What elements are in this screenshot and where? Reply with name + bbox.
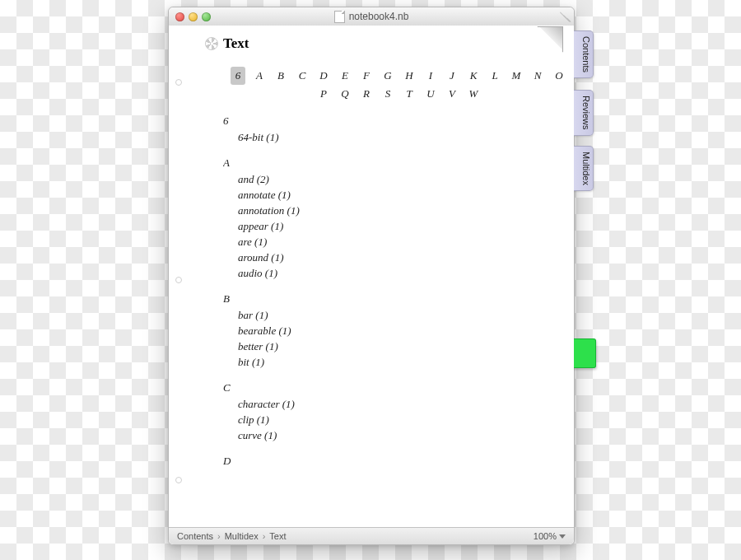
index-entry[interactable]: around (1) (238, 250, 548, 265)
side-tab-label: Contents (581, 36, 591, 72)
index-group: Ccharacter (1)clip (1)curve (1) (223, 381, 548, 443)
paper: Text 6ABCDEFGHIJKLMNO PQRSTUVW 664-bit (… (184, 26, 564, 528)
side-tab-reviews[interactable]: Reviews (573, 90, 594, 136)
index-entry[interactable]: appear (1) (238, 218, 548, 234)
alphabet-letter[interactable]: N (533, 67, 543, 85)
index-entry[interactable]: annotate (1) (238, 187, 548, 203)
index-entry[interactable]: are (1) (238, 234, 548, 250)
index-group: Bbar (1)bearable (1)better (1)bit (1) (223, 292, 548, 370)
alphabet-letter[interactable]: I (426, 67, 436, 85)
document-icon (334, 11, 345, 23)
alphabet-letter[interactable]: S (383, 85, 393, 103)
side-tab-label: Reviews (581, 96, 591, 130)
alphabet-letter[interactable]: W (468, 85, 478, 103)
breadcrumb-item[interactable]: Multidex (225, 531, 259, 541)
index-group-letter: C (223, 381, 548, 394)
alphabet-row: PQRSTUVW (249, 85, 548, 103)
alphabet-letter[interactable]: O (554, 67, 564, 85)
page-curl-icon (537, 26, 563, 53)
status-bar: Contents › Multidex › Text 100% (169, 527, 574, 544)
zoom-window-button[interactable] (202, 12, 211, 21)
index-entry[interactable]: clip (1) (238, 412, 548, 427)
breadcrumb-separator-icon: › (263, 531, 266, 541)
page-heading: Text (205, 35, 249, 52)
window-title: notebook4.nb (169, 11, 574, 23)
alphabet-letter[interactable]: A (254, 67, 264, 85)
index-group-letter: B (223, 292, 548, 306)
zoom-value: 100% (534, 531, 557, 541)
breadcrumb-item[interactable]: Text (269, 531, 286, 541)
index-entry[interactable]: audio (1) (238, 265, 548, 281)
alphabet-letter[interactable]: 6 (231, 67, 245, 85)
alphabet-letter[interactable]: B (276, 67, 286, 85)
breadcrumb-separator-icon: › (217, 531, 221, 541)
green-sticky-tab[interactable] (572, 338, 596, 368)
spiral-icon (205, 37, 218, 50)
index-entry[interactable]: bearable (1) (238, 323, 548, 338)
alphabet-letter[interactable]: D (319, 67, 329, 85)
index-entry[interactable]: and (2) (238, 171, 548, 187)
binder-hole-icon (175, 79, 182, 86)
resize-handle-icon[interactable] (559, 11, 571, 22)
alphabet-letter[interactable]: K (468, 67, 478, 85)
index-entry[interactable]: curve (1) (238, 427, 548, 443)
breadcrumb: Contents › Multidex › Text (177, 531, 287, 541)
index-group: Aand (2)annotate (1)annotation (1)appear… (223, 156, 548, 281)
app-window: notebook4.nb Contents Reviews Multidex T… (168, 7, 575, 545)
index-entry[interactable]: character (1) (238, 396, 548, 412)
binder-hole-icon (175, 477, 182, 483)
index-group: 664-bit (1) (223, 114, 548, 145)
alphabet-letter[interactable]: T (404, 85, 414, 103)
side-tab-contents[interactable]: Contents (573, 30, 594, 78)
index-entry[interactable]: better (1) (238, 338, 548, 354)
side-tab-multidex[interactable]: Multidex (573, 146, 594, 191)
index-group: D (223, 455, 548, 468)
alphabet-letter[interactable]: Q (340, 85, 350, 103)
alphabet-letter[interactable]: R (361, 85, 371, 103)
index-entry[interactable]: annotation (1) (238, 203, 548, 218)
page-title: Text (223, 35, 249, 52)
index-group-letter: A (223, 156, 548, 170)
titlebar[interactable]: notebook4.nb (169, 7, 574, 26)
close-window-button[interactable] (175, 12, 184, 21)
alphabet-letter[interactable]: V (447, 85, 457, 103)
zoom-control[interactable]: 100% (534, 531, 566, 541)
side-tab-label: Multidex (581, 152, 591, 185)
alphabet-letter[interactable]: U (426, 85, 436, 103)
alphabet-letter[interactable]: G (383, 67, 393, 85)
alphabet-letter[interactable]: F (361, 67, 371, 85)
index-entry[interactable]: bar (1) (238, 307, 548, 323)
alphabet-letter[interactable]: P (319, 85, 329, 103)
binder-hole-icon (175, 277, 182, 283)
window-title-text: notebook4.nb (349, 11, 409, 22)
alphabet-letter[interactable]: J (447, 67, 457, 85)
index-group-letter: 6 (223, 114, 548, 128)
alphabet-row: 6ABCDEFGHIJKLMNO (249, 67, 548, 85)
index-entry[interactable]: bit (1) (238, 354, 548, 370)
breadcrumb-item[interactable]: Contents (177, 531, 213, 541)
alphabet-nav: 6ABCDEFGHIJKLMNO PQRSTUVW (249, 67, 548, 103)
alphabet-letter[interactable]: L (490, 67, 500, 85)
chevron-down-icon (559, 534, 566, 539)
alphabet-letter[interactable]: H (404, 67, 414, 85)
window-controls (169, 12, 211, 21)
alphabet-letter[interactable]: E (340, 67, 350, 85)
index-entry[interactable]: 64-bit (1) (238, 129, 548, 145)
alphabet-letter[interactable]: C (297, 67, 307, 85)
alphabet-letter[interactable]: M (511, 67, 521, 85)
minimize-window-button[interactable] (189, 12, 198, 21)
index-list: 664-bit (1)Aand (2)annotate (1)annotatio… (223, 114, 548, 525)
index-group-letter: D (223, 455, 548, 468)
content-area: Text 6ABCDEFGHIJKLMNO PQRSTUVW 664-bit (… (169, 26, 574, 528)
